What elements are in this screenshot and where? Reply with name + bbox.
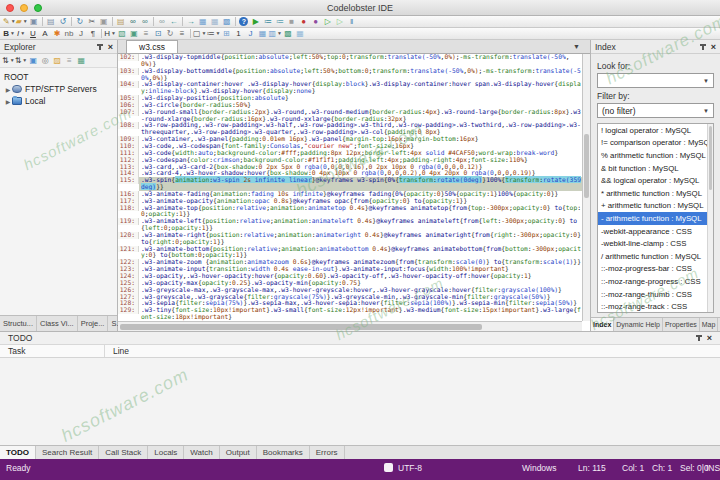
bottom-tab-todo[interactable]: TODO [0,446,36,459]
line-number[interactable]: 129: [118,307,139,314]
pause-icon[interactable]: ‖ [346,16,358,27]
horizontal-rule-icon[interactable]: ≡ [140,28,152,39]
status-encoding[interactable]: UTF-8 [398,463,422,473]
sort-by-name-icon[interactable]: ⇅▼ [2,55,15,66]
editor-horizontal-scrollbar[interactable] [118,321,582,331]
code-line-121[interactable]: 121:.w3-animate-bottom{position:relative… [118,246,582,260]
iframe-icon[interactable]: ▦ [294,28,306,39]
bottom-tab-call-stack[interactable]: Call Stack [99,446,148,459]
script-list-icon[interactable]: ≔ [262,16,274,27]
index-list-item[interactable]: * arithmetic function : MySQL [598,187,713,200]
code-line-text[interactable]: .w3-display-bottommiddle{position:absolu… [139,68,582,82]
line-number[interactable]: 115: [118,177,139,184]
code-line-text[interactable]: .w3-display-topmiddle{position:absolute;… [139,54,582,68]
index-list-item[interactable]: ::-moz-range-thumb : CSS [598,288,713,301]
code-line-103[interactable]: 103:.w3-display-bottommiddle{position:ab… [118,68,582,82]
open-folder-icon[interactable]: ▰▼ [16,16,28,27]
save-all-icon[interactable]: ▤ [45,16,57,27]
code-line-text[interactable]: .w3-animate-left{position:relative;anima… [139,218,582,232]
line-number[interactable]: 102: [118,54,139,61]
table-delete-icon[interactable]: ▩ [221,16,233,27]
find-icon[interactable]: ∞ [127,16,139,27]
font-icon[interactable]: A [39,28,51,39]
index-scrollbar[interactable] [707,124,713,312]
text-color-icon[interactable]: ✱ [51,28,63,39]
column-task[interactable]: Task [0,345,105,357]
code-editor[interactable]: 102:.w3-display-topmiddle{position:absol… [118,54,582,321]
index-tab-index[interactable]: Index [591,318,614,331]
line-number[interactable]: 121: [118,246,139,253]
code-line-119[interactable]: 119:.w3-animate-left{position:relative;a… [118,218,582,232]
heading-icon[interactable]: H▼ [104,28,116,39]
code-line-107[interactable]: 107:.w3-round-small{border-radius:2px}.w… [118,109,582,123]
bold-icon[interactable]: B▼ [3,28,15,39]
column-line[interactable]: Line [105,345,720,357]
expand-arrow-icon[interactable]: ▶ [4,86,12,93]
tree-root[interactable]: ROOT [4,71,117,83]
pin-icon[interactable] [96,43,104,51]
bottom-tab-errors[interactable]: Errors [310,446,345,459]
editor-vertical-scrollbar[interactable] [582,54,590,321]
line-number[interactable]: 120: [118,232,139,239]
filter-combobox[interactable]: (no filter) ▼ [597,103,714,118]
upload-icon[interactable]: ▨ [51,55,63,66]
bottom-tab-locals[interactable]: Locals [148,446,184,459]
index-list-item[interactable]: ::-moz-progress-bar : CSS [598,263,713,276]
tree-item-local[interactable]: ▶Local [4,95,117,107]
frame-icon[interactable]: ▩ [282,28,294,39]
code-line-text[interactable]: .w3-animate-top{position:relative;animat… [139,205,582,219]
index-list-item[interactable]: & bit function : MySQL [598,162,713,175]
tree-item-ftp-sftp-servers[interactable]: ▶FTP/SFTP Servers [4,83,117,95]
settings-icon[interactable]: ◎ [39,55,51,66]
look-for-combobox[interactable]: ▼ [597,73,714,88]
cell-split-icon[interactable]: ▥▼ [268,28,282,39]
anchor-icon[interactable]: J [244,28,256,39]
code-line-115[interactable]: 115:.w3-spin{animation:w3-spin 2s infini… [118,177,582,191]
code-line-text[interactable]: .w3-round-small{border-radius:2px}.w3-ro… [139,109,582,123]
bottom-tab-watch[interactable]: Watch [184,446,219,459]
pilcrow-icon[interactable]: ¶ [87,28,99,39]
line-break-icon[interactable]: J [75,28,87,39]
stop-icon[interactable]: ■ [286,16,298,27]
table-icon[interactable]: ⊞ [220,28,232,39]
table-insert-icon[interactable]: ▦ [197,16,209,27]
tab-list-dropdown-icon[interactable]: ▼ [573,43,580,50]
paste-icon[interactable]: ▤ [115,16,127,27]
find-in-files-icon[interactable]: ∞ [139,16,151,27]
code-line-text[interactable]: .w3-spin{animation:w3-spin 2s infinite l… [139,177,582,191]
index-list-item[interactable]: != comparison operator : MySQL [598,137,713,150]
status-platform[interactable]: Windows [522,463,556,473]
bottom-tab-bookmarks[interactable]: Bookmarks [257,446,310,459]
bottom-tab-search-result[interactable]: Search Result [36,446,99,459]
underline-icon[interactable]: U [27,28,39,39]
breakpoint-icon[interactable]: ● [310,16,322,27]
code-line-129[interactable]: 129:.w3-tiny{font-size:10px!important}.w… [118,307,582,321]
index-list-item[interactable]: -webkit-appearance : CSS [598,225,713,238]
index-list-item[interactable]: ! logical operator : MySQL [598,124,713,137]
code-line-text[interactable]: .w3-animate-right{position:relative;anim… [139,232,582,246]
run-icon[interactable]: ▶ [250,16,262,27]
index-list-item[interactable]: / arithmetic function : MySQL [598,250,713,263]
dock-tab-proje-[interactable]: Proje... [78,316,109,331]
table-properties-icon[interactable]: ▦ [209,16,221,27]
numbered-list-icon[interactable]: 1 [232,28,244,39]
code-line-108[interactable]: 108:.w3-row-padding,.w3-row-padding>.w3-… [118,122,582,136]
filter-icon[interactable]: ▦ [75,55,87,66]
list-icon[interactable]: ≔▼ [207,28,221,39]
index-list-item[interactable]: - arithmetic function : MySQL [598,212,713,225]
cut-icon[interactable]: ✂ [86,16,98,27]
pin-icon[interactable] [695,334,703,342]
index-list-item[interactable]: ::-moz-range-progress : CSS [598,275,713,288]
line-number[interactable]: 118: [118,205,139,212]
code-line-104[interactable]: 104:.w3-display-container:hover .w3-disp… [118,81,582,95]
editor-tab-w3css[interactable]: w3.css [126,40,178,53]
comment-icon[interactable]: ⊡ [152,28,164,39]
index-list-item[interactable]: + arithmetic function : MySQL [598,200,713,213]
line-number[interactable]: 107: [118,109,139,116]
index-tab-map[interactable]: Map [700,318,719,331]
close-icon[interactable]: × [707,334,712,342]
flash-icon[interactable]: ▣ [128,28,140,39]
redo-icon[interactable]: ↻ [74,16,86,27]
help-icon[interactable]: ? [238,16,250,27]
record-icon[interactable]: ● [298,16,310,27]
